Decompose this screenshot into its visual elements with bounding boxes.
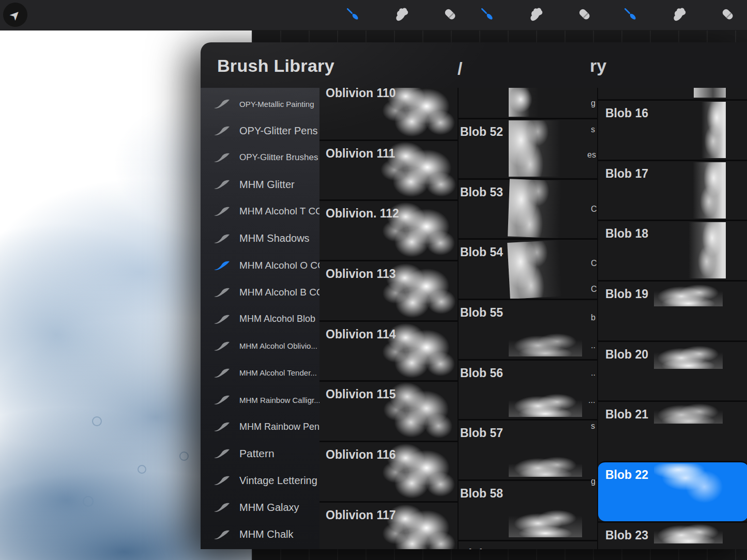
brush-thumbnail [654,283,723,306]
sidebar-item-mhm-glitter[interactable]: MHM Glitter [201,171,319,198]
brush-row[interactable]: Blob 53 [459,178,598,239]
sidebar-item-mhm-chalk[interactable]: MHM Chalk [201,521,319,548]
brush-thumbnail [685,162,726,219]
smudge-finger-icon[interactable] [670,4,689,25]
brush-row[interactable]: Blob 21 [598,400,747,461]
brush-row[interactable]: Blob 59 [459,540,598,549]
brush-row[interactable]: Oblivion 111 [319,139,458,200]
brush-thumbnail [509,456,582,477]
smudge-finger-icon[interactable] [527,4,545,25]
brush-name: Oblivion 110 [326,88,396,100]
brush-thumbnail [680,222,726,278]
sidebar-item-label: MHM Alcohol Oblivio... [239,341,317,350]
brush-thumbnail [507,239,587,300]
brush-row[interactable]: Blob 23 [598,521,747,549]
sidebar-item-label: OPY-Glitter Pens [239,125,318,137]
sidebar-item-opy-glitter-brushes[interactable]: OPY-Glitter Brushes [201,144,319,171]
brush-name: Blob 56 [460,366,503,380]
brush-row[interactable]: Blob 16 [598,99,747,160]
sidebar-item-mhm-alcohol-oblivion[interactable]: MHM Alcohol Oblivio... [201,333,319,360]
sidebar-item-label: Pattern [239,447,275,460]
paint-brush-icon[interactable] [344,4,362,25]
occluded-sidebar-text: C [591,285,601,294]
brush-name: Oblivion. 112 [326,207,399,221]
brush-row[interactable]: Blob 18 [598,220,747,280]
sidebar-item-label: MHM Rainbow Calligr... [239,396,321,405]
occluded-sidebar-text: .. [591,368,601,378]
brush-row[interactable]: Blob 58 [459,479,598,540]
ink-speckle [179,452,189,461]
sidebar-item-opy-glitter-pens[interactable]: OPY-Glitter Pens [201,117,319,144]
sidebar-item-label: OPY-Metallic Painting [239,100,314,108]
brush-row[interactable]: Oblivion 113 [319,260,458,320]
sidebar-item-mhm-rainbow-pens[interactable]: MHM Rainbow Pens [201,413,319,440]
brush-row-selected[interactable]: Blob 22 [598,461,747,521]
brush-row[interactable]: Blob 56 [459,359,598,419]
transform-arrow-button[interactable]: ➤ [3,3,27,27]
sidebar-item-label: MHM Alcohol T CC [239,206,323,217]
brush-set-sidebar: OPY-Metallic Painting OPY-Glitter Pens O… [201,88,319,549]
occluded-sidebar-text: s [591,125,601,134]
sidebar-item-mhm-alcohol-blob[interactable]: MHM Alcohol Blob [201,306,319,333]
paint-brush-icon[interactable] [478,4,497,25]
occluded-sidebar-text: s [591,422,601,431]
brush-thumbnail [509,331,582,356]
brush-thumbnail [509,504,582,537]
brush-row[interactable]: Oblivion 116 [319,441,458,501]
brush-row[interactable]: Oblivion 115 [319,380,458,441]
brush-row[interactable]: Oblivion 117 [319,501,458,549]
brush-name: Blob 16 [605,106,648,120]
brush-list-blob-52: Blob 52 Blob 53 Blob 54 Blob 55 Blob 56 … [458,88,598,549]
sidebar-item-label: MHM Chalk [239,528,293,540]
brush-name: Blob 22 [605,468,648,482]
eraser-icon[interactable] [575,4,594,25]
sidebar-item-mhm-alcohol-tender[interactable]: MHM Alcohol Tender... [201,360,319,386]
eraser-icon[interactable] [441,4,460,25]
sidebar-item-label: MHM Glitter [239,179,295,191]
brush-thumbnail [509,391,582,417]
brush-row[interactable]: Blob 17 [598,160,747,220]
brush-thumbnail-partial [509,88,539,117]
tool-group-3 [621,4,737,25]
brush-row[interactable]: Oblivion. 112 [319,199,458,260]
ink-speckle [92,416,102,426]
sidebar-item-mhm-rainbow-calligraphy[interactable]: MHM Rainbow Calligr... [201,386,319,413]
brush-row[interactable]: Blob 52 [459,118,598,178]
sidebar-item-mhm-galaxy[interactable]: MHM Galaxy [201,494,319,521]
sidebar-item-label: MHM Alcohol Tender... [239,368,317,377]
brush-name: Blob 58 [460,487,503,501]
occluded-sidebar-text: es [587,150,598,160]
occluded-title-fragment: / [458,58,462,79]
brush-row[interactable]: Blob 19 [598,280,747,340]
brush-list-oblivion: Oblivion 110 Oblivion 111 Oblivion. 112 … [319,88,458,549]
brush-row[interactable]: Blob 20 [598,340,747,401]
sidebar-item-vintage-lettering[interactable]: Vintage Lettering [201,467,319,494]
eraser-icon[interactable] [719,4,737,25]
brush-row[interactable]: Oblivion 114 [319,320,458,381]
brush-name: Blob 19 [605,287,648,301]
occluded-sidebar-text: b [591,313,601,322]
sidebar-item-label: MHM Alcohol B CC [239,287,324,298]
brush-thumbnail-partial [694,88,726,98]
brush-name: Blob 21 [605,408,648,422]
paint-brush-icon[interactable] [621,4,640,25]
sidebar-item-mhm-alcohol-o-cc-selected[interactable]: MHM Alcohol O CC [201,252,319,279]
brush-row[interactable]: Blob 57 [459,419,598,479]
sidebar-item-label: OPY-Glitter Brushes [239,152,318,163]
ink-speckle [138,465,146,474]
sidebar-item-mhm-shadows[interactable]: MHM Shadows [201,225,319,252]
sidebar-item-label: MHM Alcohol Blob [239,314,315,324]
sidebar-item-mhm-alcohol-b-cc[interactable]: MHM Alcohol B CC [201,279,319,306]
ruler-strip-bottom [252,549,747,560]
smudge-finger-icon[interactable] [392,4,411,25]
sidebar-item-mhm-alcohol-t-cc[interactable]: MHM Alcohol T CC [201,198,319,225]
sidebar-item-pattern[interactable]: Pattern [201,440,319,467]
brush-name: Oblivion 111 [326,147,395,161]
sidebar-item-opy-metallic-painting[interactable]: OPY-Metallic Painting [201,90,319,117]
brush-name: Blob 52 [460,125,503,139]
brush-row[interactable]: Blob 54 [459,238,598,299]
brush-row[interactable]: Blob 55 [459,299,598,359]
occluded-sidebar-text: C [591,259,601,268]
brush-row[interactable]: Oblivion 110 [319,88,458,139]
brush-thumbnail [509,120,585,177]
